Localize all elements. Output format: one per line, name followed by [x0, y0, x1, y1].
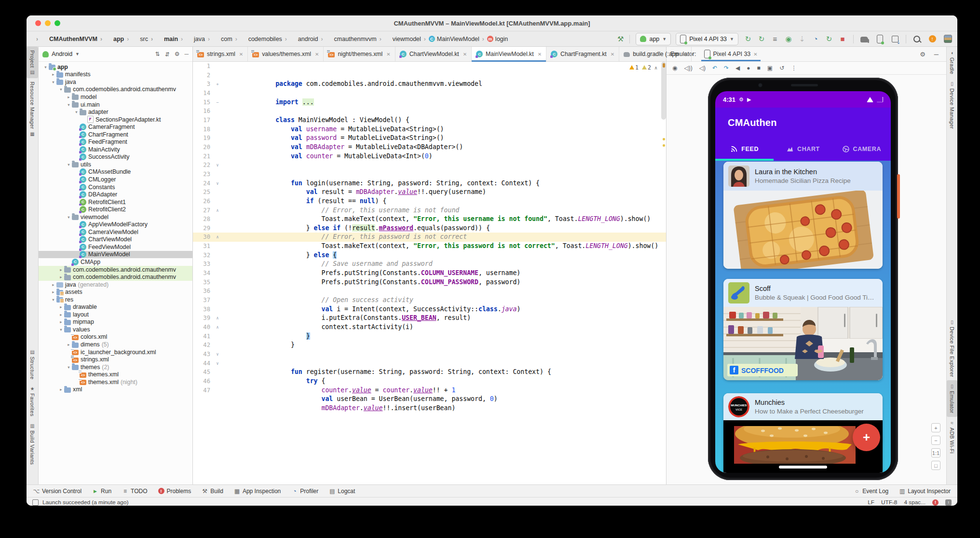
- layout-inspector-button[interactable]: Layout Inspector: [899, 488, 951, 495]
- phone-screen[interactable]: 4:31 ⚙ ▶ CMAuthen: [715, 91, 891, 473]
- todo-button[interactable]: TODO: [122, 488, 147, 495]
- collapse-all-icon[interactable]: ⇅: [165, 51, 170, 57]
- fold-marker[interactable]: [213, 134, 222, 143]
- tree-row[interactable]: ▸ mipmap: [39, 318, 192, 326]
- tool-stripe-favorites[interactable]: ★ Favorites: [27, 383, 38, 420]
- toolwindow-toggle-icon[interactable]: [32, 499, 39, 506]
- tool-stripe-project[interactable]: Project ▤: [27, 47, 38, 78]
- fold-marker[interactable]: [213, 260, 222, 269]
- zoom-in-button[interactable]: +: [931, 423, 940, 432]
- power-button[interactable]: ◉: [672, 65, 677, 71]
- tree-expand-arrow[interactable]: ▾: [50, 80, 56, 84]
- tree-row[interactable]: ▸ manifests: [39, 71, 192, 79]
- breadcrumb-item[interactable]: java: [178, 36, 205, 42]
- tree-expand-arrow[interactable]: ▸: [66, 95, 72, 99]
- fold-marker[interactable]: [213, 287, 222, 296]
- tree-row[interactable]: ▾ adapter: [39, 108, 192, 116]
- fit-screen-button[interactable]: □: [931, 461, 940, 470]
- editor-tab[interactable]: build.gradle (:app ✕: [619, 47, 691, 61]
- run-configurations-icon[interactable]: ≡: [770, 34, 780, 44]
- fold-marker[interactable]: ∨: [213, 161, 222, 170]
- sdk-manager-icon[interactable]: [892, 36, 898, 42]
- line-ending-indicator[interactable]: LF: [868, 499, 874, 506]
- overview-button[interactable]: ■: [757, 65, 761, 71]
- tree-expand-arrow[interactable]: ▸: [58, 275, 64, 279]
- home-button[interactable]: ●: [747, 65, 750, 71]
- fold-marker[interactable]: +: [213, 80, 222, 89]
- tree-row[interactable]: FeedViewModel: [39, 243, 192, 251]
- tree-row[interactable]: SectionsPagerAdapter.kt: [39, 116, 192, 124]
- run-configuration-select[interactable]: app ▼: [636, 33, 671, 45]
- close-tab-icon[interactable]: ✕: [682, 52, 686, 57]
- tool-stripe-emulator[interactable]: ▯ Emulator: [947, 380, 957, 416]
- fold-marker[interactable]: [213, 251, 222, 260]
- fold-marker[interactable]: [213, 368, 222, 377]
- gradle-sync-icon[interactable]: [860, 37, 868, 42]
- build-button[interactable]: Build: [202, 488, 223, 495]
- tree-row[interactable]: ▸ java (generated): [39, 281, 192, 289]
- volume-down-button[interactable]: ◁): [699, 65, 706, 71]
- close-tab-icon[interactable]: ✕: [386, 52, 390, 57]
- tree-row[interactable]: ▾ themes (2): [39, 363, 192, 371]
- tree-row[interactable]: RetrofitClient2: [39, 206, 192, 213]
- zoom-reset-button[interactable]: 1:1: [931, 448, 940, 457]
- profiler-button[interactable]: Profiler: [291, 488, 318, 495]
- tree-expand-arrow[interactable]: ▸: [50, 290, 56, 294]
- fold-marker[interactable]: ∨: [213, 179, 222, 188]
- fold-marker[interactable]: ∧: [213, 323, 222, 332]
- tree-row[interactable]: MainViewModel: [39, 251, 192, 259]
- ide-update-icon[interactable]: [929, 35, 936, 42]
- fold-marker[interactable]: [213, 152, 222, 161]
- tree-expand-arrow[interactable]: ▾: [66, 102, 72, 107]
- fold-marker[interactable]: ∧: [213, 314, 222, 323]
- fold-marker[interactable]: [213, 278, 222, 287]
- tree-row[interactable]: ▾ app: [39, 63, 192, 71]
- tree-expand-arrow[interactable]: ▸: [50, 72, 56, 77]
- close-tab-icon[interactable]: ✕: [315, 52, 319, 57]
- fold-marker[interactable]: ∧: [213, 206, 222, 215]
- target-device-select[interactable]: Pixel 4 API 33 ▼: [676, 33, 738, 45]
- hide-panel-icon[interactable]: ─: [934, 51, 939, 58]
- more-button[interactable]: ⋮: [791, 65, 797, 71]
- tree-row[interactable]: RetrofitClient1: [39, 198, 192, 206]
- tree-row[interactable]: ▸ dimens (5): [39, 341, 192, 348]
- indent-indicator[interactable]: 4 spac...: [904, 499, 926, 506]
- tree-row[interactable]: ▾ java: [39, 78, 192, 86]
- close-tab-icon[interactable]: ✕: [239, 52, 243, 57]
- fold-marker[interactable]: [213, 242, 222, 251]
- fold-marker[interactable]: [213, 188, 222, 197]
- encoding-indicator[interactable]: UTF-8: [881, 499, 897, 506]
- tree-row[interactable]: themes.xml (night): [39, 378, 192, 386]
- fold-marker[interactable]: [213, 197, 222, 206]
- camera-button[interactable]: ▣: [767, 65, 773, 71]
- profile-restart-icon[interactable]: ↻: [824, 34, 834, 44]
- breadcrumb-item[interactable]: app: [97, 36, 124, 42]
- tree-row[interactable]: ▾ com.codemobiles.android.cmauthenmv: [39, 86, 192, 94]
- tree-row[interactable]: strings.xml: [39, 356, 192, 363]
- fold-marker[interactable]: [213, 332, 222, 341]
- fold-marker[interactable]: [213, 215, 222, 224]
- device-manager-icon[interactable]: [877, 35, 883, 43]
- tab-feed[interactable]: FEED: [715, 138, 774, 161]
- project-view-selector[interactable]: Android: [52, 51, 72, 57]
- code-editor[interactable]: 1 package com.codemobiles.android.cmauth…: [193, 62, 666, 484]
- fold-marker[interactable]: [213, 224, 222, 233]
- event-log-button[interactable]: Event Log: [854, 488, 888, 495]
- fold-marker[interactable]: ∨: [213, 350, 222, 359]
- tree-row[interactable]: ▸ model: [39, 93, 192, 101]
- tree-expand-arrow[interactable]: ▾: [66, 162, 72, 167]
- tree-row[interactable]: MainActivity: [39, 146, 192, 153]
- tree-row[interactable]: ▾ ui.main: [39, 101, 192, 109]
- avd-icon[interactable]: [944, 35, 952, 43]
- tree-expand-arrow[interactable]: ▾: [42, 65, 49, 69]
- tool-stripe-gradle[interactable]: ◖ Gradle: [947, 47, 957, 78]
- breadcrumb-item[interactable]: m login: [479, 36, 508, 42]
- tree-expand-arrow[interactable]: ▸: [58, 304, 64, 309]
- fold-marker[interactable]: [213, 269, 222, 278]
- fold-marker[interactable]: [213, 89, 222, 98]
- editor-tab[interactable]: values/themes.xml ✕: [248, 47, 324, 61]
- tool-stripe-build-variants[interactable]: ▥ Build Variants: [27, 420, 38, 468]
- tree-row[interactable]: colors.xml: [39, 333, 192, 341]
- tree-row[interactable]: FeedFragment: [39, 138, 192, 146]
- tree-row[interactable]: DBAdapter: [39, 191, 192, 198]
